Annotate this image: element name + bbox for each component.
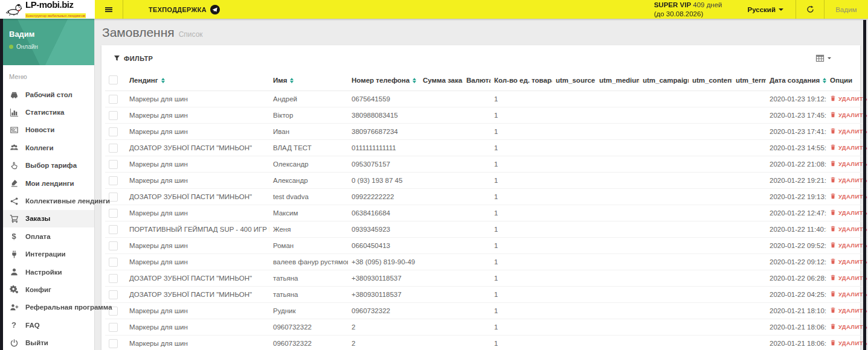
row-checkbox[interactable]: [109, 225, 118, 234]
trash-icon: [830, 95, 836, 101]
sidebar-item-colleagues[interactable]: Коллеги: [0, 139, 94, 156]
row-checkbox[interactable]: [109, 111, 118, 120]
cell-utm_source: [552, 221, 596, 238]
cell-sum: [419, 303, 463, 319]
row-checkbox[interactable]: [109, 95, 118, 104]
column-header: Опции: [826, 70, 867, 91]
news-icon: [9, 125, 19, 135]
column-header[interactable]: Дата создания: [766, 70, 826, 91]
row-checkbox[interactable]: [109, 323, 118, 332]
cell-utm_campaign: [639, 254, 689, 270]
cell-utm_content: [689, 91, 732, 107]
delete-button[interactable]: УДАЛИТЬ: [830, 95, 867, 102]
delete-button[interactable]: УДАЛИТЬ: [830, 161, 867, 167]
top-header: LP-mobi.biz Конструктор мобильных лендин…: [0, 0, 868, 19]
cell-utm_content: [689, 124, 732, 140]
delete-button[interactable]: УДАЛИТЬ: [830, 291, 867, 298]
user-menu[interactable]: Вадим: [825, 6, 868, 13]
left-scrollbar[interactable]: [0, 19, 3, 350]
row-checkbox[interactable]: [109, 241, 118, 250]
cell-phone: 0638416684: [348, 205, 419, 221]
select-all-checkbox[interactable]: [109, 75, 118, 84]
table-row: ПОРТАТИВНЫЙ ГЕЙМПАД SUP - 400 ИГР В 1Жен…: [105, 221, 867, 238]
sidebar-item-label: Конфиг: [25, 286, 51, 293]
support-button[interactable]: ТЕХПОДДЕРЖКА: [123, 5, 231, 14]
sidebar-item-faq[interactable]: ?FAQ: [0, 316, 94, 334]
cell-utm_content: [689, 254, 732, 270]
sidebar-item-desktop[interactable]: Рабочий стол: [0, 86, 94, 103]
sidebar-item-logout[interactable]: Выйти: [0, 334, 94, 350]
column-header[interactable]: Лендинг: [126, 70, 269, 91]
table-row: Маркеры для шинРудник096073232212020-01-…: [105, 303, 867, 319]
column-header[interactable]: Номер телефона: [348, 70, 419, 91]
cell-landing: Маркеры для шин: [126, 238, 269, 254]
cell-utm_medium: [596, 189, 639, 205]
sidebar-item-statistics[interactable]: Статистика: [0, 103, 94, 121]
sidebar-item-config[interactable]: Конфиг: [0, 281, 94, 298]
row-checkbox[interactable]: [109, 339, 118, 348]
delete-button[interactable]: УДАЛИТЬ: [830, 242, 867, 249]
delete-button[interactable]: УДАЛИТЬ: [830, 144, 867, 151]
delete-button[interactable]: УДАЛИТЬ: [830, 323, 867, 330]
right-scrollbar[interactable]: [863, 20, 866, 350]
sidebar-item-tariff[interactable]: Выбор тарифа: [0, 157, 94, 174]
row-checkbox[interactable]: [109, 274, 118, 283]
row-checkbox[interactable]: [109, 290, 118, 299]
sidebar-item-integrations[interactable]: Интеграции: [0, 246, 94, 263]
delete-button[interactable]: УДАЛИТЬ: [830, 177, 867, 183]
cell-name: Роман: [269, 238, 348, 254]
cell-utm_medium: [596, 173, 639, 189]
cell-utm_medium: [596, 124, 639, 140]
share-icon: [9, 196, 19, 206]
cell-utm_source: [552, 303, 596, 319]
delete-button[interactable]: УДАЛИТЬ: [830, 340, 867, 346]
row-checkbox[interactable]: [109, 258, 118, 267]
sort-icon: [161, 78, 165, 83]
sidebar-item-news[interactable]: Новости: [0, 121, 94, 139]
language-selector[interactable]: Русский: [736, 6, 796, 13]
cell-name: татьяна: [269, 287, 348, 303]
cell-currency: [463, 205, 490, 221]
cell-utm_content: [689, 270, 732, 287]
row-checkbox[interactable]: [109, 176, 118, 185]
sidebar-item-payment[interactable]: $Оплата: [0, 228, 94, 245]
cell-utm_term: [732, 319, 766, 336]
cell-qty: 1: [490, 173, 552, 189]
column-header[interactable]: Имя: [269, 70, 348, 91]
sidebar-item-orders[interactable]: Заказы: [0, 210, 94, 228]
table-row: Маркеры для шинАлександр0 (93) 193 87 45…: [105, 173, 867, 189]
logo[interactable]: LP-mobi.biz Конструктор мобильных лендин…: [0, 0, 95, 19]
row-checkbox[interactable]: [109, 127, 118, 136]
row-checkbox[interactable]: [109, 192, 118, 202]
delete-button[interactable]: УДАЛИТЬ: [830, 226, 867, 232]
delete-button[interactable]: УДАЛИТЬ: [830, 258, 867, 265]
sidebar-item-my-landings[interactable]: Мои лендинги: [0, 174, 94, 192]
cell-phone: 0953075157: [348, 156, 419, 173]
row-checkbox[interactable]: [109, 209, 118, 218]
filter-button[interactable]: ФИЛЬТР: [114, 55, 153, 62]
cell-utm_term: [732, 254, 766, 270]
cell-qty: 1: [490, 189, 552, 205]
cell-utm_campaign: [639, 140, 689, 156]
columns-selector-button[interactable]: [815, 54, 831, 62]
delete-button[interactable]: УДАЛИТЬ: [830, 209, 867, 216]
cell-name: Олександр: [269, 156, 348, 173]
delete-button[interactable]: УДАЛИТЬ: [830, 275, 867, 281]
trash-icon: [830, 193, 836, 199]
sidebar-item-referral[interactable]: Реферальная программа: [0, 299, 94, 316]
refresh-button[interactable]: [796, 0, 824, 19]
sidebar-item-collective-landings[interactable]: Коллективные лендинги: [0, 192, 94, 209]
cell-sum: [419, 124, 463, 140]
delete-button[interactable]: УДАЛИТЬ: [830, 128, 867, 135]
column-header: utm_campaign: [639, 70, 689, 91]
cell-currency: [463, 156, 490, 173]
row-checkbox[interactable]: [109, 160, 118, 169]
delete-button[interactable]: УДАЛИТЬ: [830, 193, 867, 200]
cell-utm_medium: [596, 156, 639, 173]
delete-button[interactable]: УДАЛИТЬ: [830, 112, 867, 118]
row-checkbox[interactable]: [109, 144, 118, 153]
delete-button[interactable]: УДАЛИТЬ: [830, 307, 867, 314]
hamburger-menu-button[interactable]: [95, 0, 123, 19]
cell-created: 2020-01-22 12:47:43: [766, 205, 826, 221]
sidebar-item-settings[interactable]: Настройки: [0, 263, 94, 281]
